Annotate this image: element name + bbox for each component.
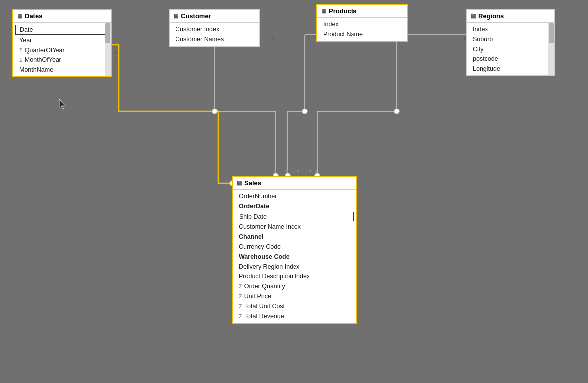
svg-point-15	[302, 109, 307, 114]
sales-field-totalrevenue[interactable]: Σ Total Revenue	[233, 311, 356, 321]
sales-field-deliveryregionindex[interactable]: Delivery Region Index	[233, 262, 356, 272]
sales-body: OrderNumber OrderDate Ship Date Customer…	[233, 190, 356, 323]
svg-text:✦: ✦	[272, 168, 277, 175]
regions-header: ▦ Regions	[467, 10, 554, 23]
regions-table: ▦ Regions Index Suburb City postcode Lon…	[466, 9, 555, 76]
products-table: ▦ Products Index Product Name	[316, 4, 408, 42]
sales-field-ordernumber[interactable]: OrderNumber	[233, 191, 356, 201]
regions-field-longitude[interactable]: Longitude	[467, 64, 554, 74]
sales-field-orderdate[interactable]: OrderDate	[233, 201, 356, 211]
sales-field-channel[interactable]: Channel	[233, 232, 356, 242]
customer-header: ▦ Customer	[170, 10, 259, 23]
products-body: Index Product Name	[317, 18, 407, 41]
dates-title: Dates	[25, 12, 42, 20]
dates-scrollbar[interactable]	[105, 23, 111, 76]
dates-header: ▦ Dates	[13, 10, 111, 23]
customer-body: Customer Index Customer Names	[170, 23, 259, 46]
dates-field-year[interactable]: Year	[13, 35, 111, 45]
sales-field-shipdate[interactable]: Ship Date	[235, 212, 354, 221]
sigma-icon: Σ	[239, 303, 242, 309]
sales-field-productdescriptionindex[interactable]: Product Description Index	[233, 272, 356, 281]
customer-field-names[interactable]: Customer Names	[170, 34, 259, 44]
sigma-icon: Σ	[19, 57, 23, 63]
regions-field-index[interactable]: Index	[467, 24, 554, 34]
products-title: Products	[329, 7, 356, 15]
svg-text:✦: ✦	[308, 168, 313, 175]
table-icon-sales: ▦	[237, 180, 242, 186]
regions-scrollbar[interactable]	[548, 23, 554, 75]
sales-header: ▦ Sales	[233, 177, 356, 190]
regions-field-city[interactable]: City	[467, 44, 554, 54]
svg-text:1: 1	[114, 49, 117, 55]
sales-field-warehousecode[interactable]: Warehouse Code	[233, 252, 356, 262]
table-icon-products: ▦	[321, 8, 326, 14]
svg-text:✦: ✦	[284, 168, 289, 175]
dates-field-monthofyear[interactable]: Σ MonthOfYear	[13, 55, 111, 65]
products-field-productname[interactable]: Product Name	[317, 29, 407, 39]
sigma-icon: Σ	[239, 283, 242, 289]
products-header: ▦ Products	[317, 5, 407, 18]
svg-text:1: 1	[307, 36, 310, 42]
sales-field-currencycode[interactable]: Currency Code	[233, 242, 356, 252]
svg-text:1: 1	[272, 36, 275, 42]
table-icon-customer: ▦	[174, 13, 178, 19]
dates-table: ▦ Dates Date Year Σ QuarterOfYear Σ Mont…	[12, 9, 112, 77]
svg-text:✦: ✦	[296, 168, 301, 175]
products-field-index[interactable]: Index	[317, 19, 407, 29]
sigma-icon: Σ	[239, 293, 242, 299]
regions-field-postcode[interactable]: postcode	[467, 54, 554, 64]
regions-title: Regions	[478, 12, 504, 20]
svg-text:✦: ✦	[314, 168, 319, 175]
customer-title: Customer	[181, 12, 211, 20]
sigma-icon: Σ	[19, 47, 23, 53]
sales-field-orderquantity[interactable]: Σ Order Quantity	[233, 281, 356, 291]
sales-field-unitprice[interactable]: Σ Unit Price	[233, 291, 356, 301]
table-icon-regions: ▦	[471, 13, 476, 19]
regions-body: Index Suburb City postcode Longitude	[467, 23, 554, 75]
svg-text:1: 1	[463, 36, 466, 42]
sigma-icon: Σ	[239, 313, 242, 319]
svg-marker-29	[59, 99, 65, 109]
dates-field-monthname[interactable]: MonthName	[13, 65, 111, 75]
dates-scrollbar-thumb	[105, 23, 110, 43]
sales-field-customernameindex[interactable]: Customer Name Index	[233, 222, 356, 232]
regions-field-suburb[interactable]: Suburb	[467, 34, 554, 44]
dates-body: Date Year Σ QuarterOfYear Σ MonthOfYear …	[13, 23, 111, 76]
table-icon-dates: ▦	[17, 13, 22, 19]
regions-scrollbar-thumb	[549, 23, 554, 43]
dates-field-quarterofyear[interactable]: Σ QuarterOfYear	[13, 45, 111, 55]
svg-point-24	[394, 109, 399, 114]
sales-field-totalunitcost[interactable]: Σ Total Unit Cost	[233, 301, 356, 311]
customer-field-index[interactable]: Customer Index	[170, 24, 259, 34]
svg-text:1: 1	[114, 56, 117, 62]
sales-table: ▦ Sales OrderNumber OrderDate Ship Date …	[232, 176, 357, 324]
customer-table: ▦ Customer Customer Index Customer Names	[169, 9, 260, 47]
svg-point-6	[212, 109, 217, 114]
dates-field-date[interactable]: Date	[15, 25, 109, 35]
cursor	[59, 99, 66, 109]
sales-title: Sales	[244, 179, 261, 187]
